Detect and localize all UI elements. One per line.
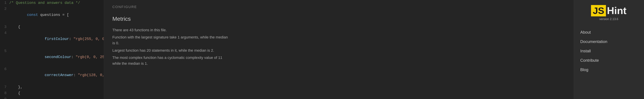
metrics-line-4: The most complex function has a cyclomat… xyxy=(112,55,230,66)
code-editor: 1 /* Questions and answers data */ 2 con… xyxy=(0,0,104,99)
code-line-6: 6 correctAnswer: "rgb(128, 0, 128)" xyxy=(0,66,104,84)
code-line-7: 7 }, xyxy=(0,84,104,90)
metrics-line-3: Largest function has 20 statements in it… xyxy=(112,47,230,53)
sidebar-item-blog[interactable]: Blog xyxy=(574,65,644,74)
logo-js-text: JS xyxy=(591,5,606,16)
logo-hint-text: Hint xyxy=(606,6,626,16)
logo-box: JS Hint xyxy=(591,5,626,16)
metrics-line-1: There are 43 functions in this file. xyxy=(112,27,230,33)
sidebar-nav: About Documentation Install Contribute B… xyxy=(574,24,644,78)
code-line-2: 2 const questions = [ xyxy=(0,6,104,24)
center-panel: CONFIGURE Metrics There are 43 functions… xyxy=(104,0,574,99)
sidebar-item-install[interactable]: Install xyxy=(574,46,644,56)
metrics-line-2: Function with the largest signature take… xyxy=(112,34,230,46)
code-line-9: 9 firstColour: "rgb(0, 0, 255)", xyxy=(0,96,104,99)
code-line-3: 3 { xyxy=(0,24,104,30)
jshint-logo: JS Hint version 2.13.6 xyxy=(574,0,644,24)
sidebar-item-documentation[interactable]: Documentation xyxy=(574,37,644,46)
metrics-title: Metrics xyxy=(112,15,565,22)
configure-label: CONFIGURE xyxy=(112,5,565,9)
sidebar-panel: JS Hint version 2.13.6 About Documentati… xyxy=(574,0,644,99)
sidebar-item-contribute[interactable]: Contribute xyxy=(574,56,644,65)
code-line-4: 4 firstColour: "rgb(255, 0, 0)", xyxy=(0,30,104,48)
code-lines: 1 /* Questions and answers data */ 2 con… xyxy=(0,0,104,99)
version-text: version 2.13.6 xyxy=(599,17,618,21)
code-line-8: 8 { xyxy=(0,90,104,96)
code-line-1: 1 /* Questions and answers data */ xyxy=(0,0,104,6)
code-line-5: 5 secondColour: "rgb(0, 0, 255)", xyxy=(0,48,104,66)
metrics-content: There are 43 functions in this file. Fun… xyxy=(112,27,230,66)
sidebar-item-about[interactable]: About xyxy=(574,28,644,37)
